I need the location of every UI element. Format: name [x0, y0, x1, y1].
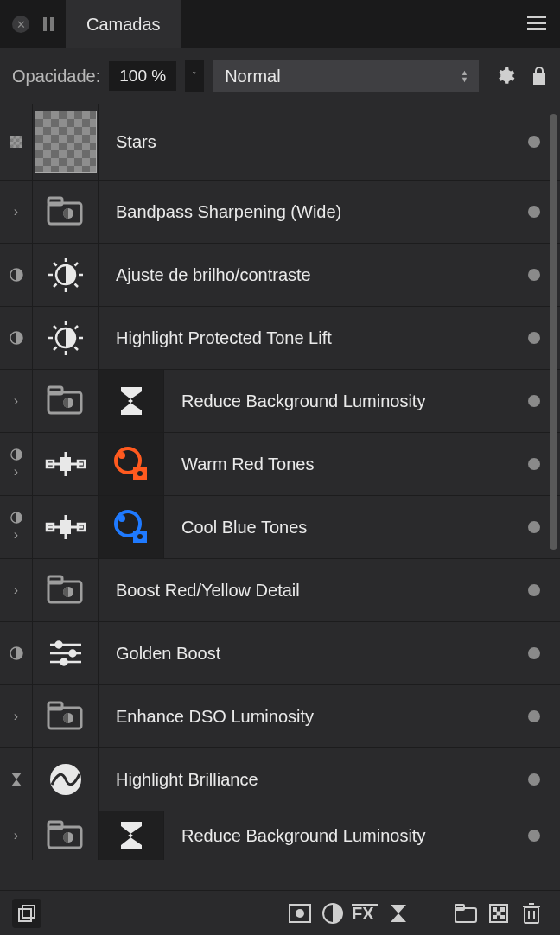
layer-name[interactable]: Warm Red Tones: [164, 455, 508, 474]
close-button[interactable]: ✕: [12, 16, 29, 33]
panel-tab-layers[interactable]: Camadas: [66, 0, 181, 48]
layer-thumbnail: [33, 244, 99, 306]
visibility-toggle[interactable]: [508, 647, 560, 659]
checker-thumbnail: [35, 111, 97, 173]
trash-icon: [522, 902, 541, 925]
layer-row[interactable]: › Warm Red Tones: [0, 433, 560, 496]
svg-point-68: [296, 909, 304, 918]
fx-button[interactable]: FX: [349, 903, 382, 924]
delete-layer-button[interactable]: [515, 902, 548, 925]
visibility-dot-icon: [528, 458, 540, 470]
chevron-right-icon: ›: [14, 828, 18, 843]
visibility-dot-icon: [528, 395, 540, 407]
layer-row[interactable]: › Reduce Background Luminosity: [0, 370, 560, 433]
layer-row[interactable]: Highlight Protected Tone Lift: [0, 307, 560, 370]
visibility-toggle[interactable]: [508, 830, 560, 842]
visibility-dot-icon: [528, 647, 540, 659]
adjustment-icon: [10, 448, 22, 461]
svg-rect-39: [60, 520, 71, 534]
visibility-toggle[interactable]: [508, 584, 560, 596]
lock-icon[interactable]: [531, 66, 548, 86]
svg-rect-78: [493, 915, 497, 919]
panel-footer: FX: [0, 890, 560, 935]
folder-icon: [454, 903, 478, 924]
gear-icon[interactable]: [494, 66, 515, 86]
group-icon: [47, 385, 85, 417]
layer-thumbnail[interactable]: [33, 104, 99, 180]
layer-thumbnail: [33, 181, 99, 243]
layer-thumbnail: [33, 559, 99, 621]
svg-line-22: [74, 326, 78, 329]
layer-gutter[interactable]: ›: [0, 496, 33, 558]
layer-thumbnail: [33, 370, 99, 432]
svg-rect-76: [500, 907, 505, 912]
svg-point-53: [55, 642, 61, 648]
layer-thumbnail: [33, 622, 99, 684]
layer-name[interactable]: Boost Red/Yellow Detail: [99, 581, 508, 601]
layer-name[interactable]: Cool Blue Tones: [164, 518, 508, 537]
svg-point-47: [137, 534, 143, 539]
visibility-dot-icon: [528, 830, 540, 842]
layer-name[interactable]: Enhance DSO Luminosity: [99, 707, 508, 727]
adjustment-icon: [10, 268, 23, 282]
layer-gutter[interactable]: ›: [0, 433, 33, 495]
blend-mode-dropdown[interactable]: Normal ▲▼: [213, 60, 479, 92]
new-group-button[interactable]: [449, 903, 482, 924]
layer-name[interactable]: Stars: [99, 132, 508, 152]
layer-row[interactable]: Stars: [0, 104, 560, 181]
svg-text:FX: FX: [352, 904, 374, 923]
opacity-dropdown[interactable]: ˅: [185, 60, 204, 92]
layer-name[interactable]: Reduce Background Luminosity: [164, 826, 508, 846]
layer-name[interactable]: Bandpass Sharpening (Wide): [99, 202, 508, 222]
svg-line-10: [74, 284, 78, 288]
live-filter-button[interactable]: [382, 904, 415, 923]
adjustment-circle-icon: [321, 902, 344, 925]
layer-row[interactable]: › Reduce Background Luminosity: [0, 811, 560, 860]
layer-row[interactable]: › Cool Blue Tones: [0, 496, 560, 559]
layer-row[interactable]: › Bandpass Sharpening (Wide): [0, 181, 560, 244]
layer-gutter[interactable]: ›: [0, 370, 33, 432]
scrollbar[interactable]: [550, 114, 557, 550]
layer-controls: Opacidade: 100 % ˅ Normal ▲▼: [0, 48, 560, 104]
adjustment-icon: [10, 646, 23, 660]
layer-row[interactable]: › Enhance DSO Luminosity: [0, 685, 560, 748]
adjustment-button[interactable]: [316, 902, 349, 925]
group-icon: [47, 820, 85, 851]
layer-gutter[interactable]: ›: [0, 181, 33, 243]
svg-rect-80: [525, 907, 538, 923]
layer-gutter[interactable]: ›: [0, 685, 33, 747]
layer-gutter: [0, 748, 33, 811]
layer-gutter[interactable]: ›: [0, 559, 33, 621]
mask-button[interactable]: [283, 903, 316, 924]
visibility-dot-icon: [528, 521, 540, 533]
layer-row[interactable]: › Boost Red/Yellow Detail: [0, 559, 560, 622]
mask-icon: [288, 903, 312, 924]
visibility-dot-icon: [528, 332, 540, 344]
layer-stack-button[interactable]: [12, 899, 41, 928]
layer-row[interactable]: Highlight Brilliance: [0, 748, 560, 811]
nodes-icon: [45, 512, 86, 543]
nodes-icon: [45, 448, 86, 480]
opacity-label: Opacidade:: [12, 67, 100, 86]
layer-thumbnail: [33, 496, 99, 558]
layer-row[interactable]: Golden Boost: [0, 622, 560, 685]
opacity-input[interactable]: 100 %: [109, 61, 176, 91]
svg-rect-24: [48, 387, 62, 394]
layer-name[interactable]: Highlight Brilliance: [99, 770, 508, 790]
visibility-toggle[interactable]: [508, 773, 560, 786]
layer-gutter[interactable]: ›: [0, 811, 33, 860]
layer-name[interactable]: Ajuste de brilho/contraste: [99, 265, 508, 285]
new-pixel-layer-button[interactable]: [482, 903, 515, 924]
brightness-icon: [45, 317, 86, 359]
group-icon: [47, 196, 85, 227]
layer-row[interactable]: Ajuste de brilho/contraste: [0, 244, 560, 307]
visibility-toggle[interactable]: [508, 710, 560, 722]
layer-name[interactable]: Golden Boost: [99, 644, 508, 664]
svg-rect-49: [48, 576, 62, 583]
chevron-right-icon: ›: [14, 582, 18, 598]
layer-name[interactable]: Highlight Protected Tone Lift: [99, 328, 508, 348]
svg-point-57: [60, 659, 67, 665]
layer-name[interactable]: Reduce Background Luminosity: [164, 391, 508, 411]
collapse-icon[interactable]: [43, 17, 54, 31]
panel-menu-button[interactable]: [527, 16, 546, 30]
